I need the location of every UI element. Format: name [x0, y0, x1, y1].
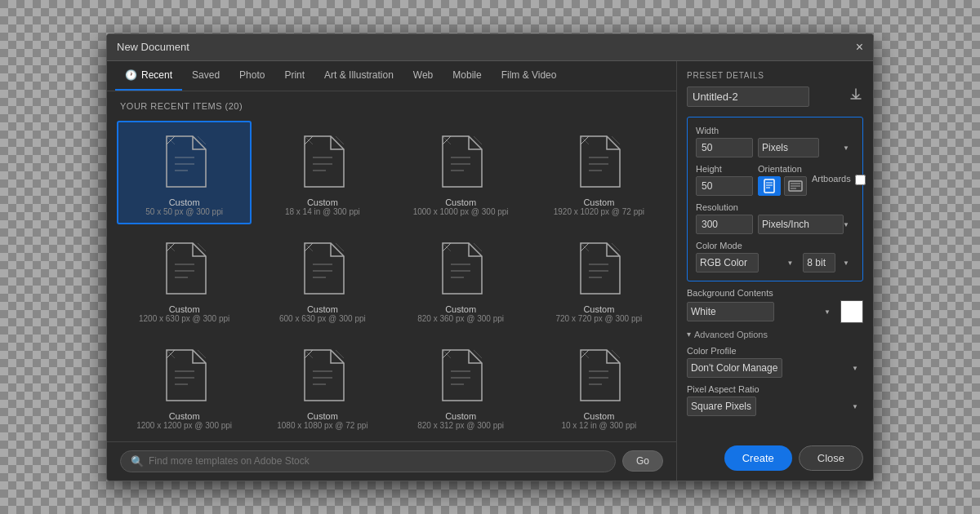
tabs-bar: 🕐 Recent Saved Photo Print Art & Illustr…: [107, 61, 676, 91]
color-profile-group: Color Profile Don't Color Manage: [687, 346, 863, 378]
orientation-group: Orientation: [758, 164, 807, 196]
artboards-label: Artboards: [812, 174, 851, 184]
resolution-unit-select[interactable]: Pixels/InchPixels/Centimeter: [758, 215, 844, 234]
document-icon: [152, 236, 217, 301]
orientation-label: Orientation: [758, 164, 807, 174]
tab-photo[interactable]: Photo: [229, 61, 274, 91]
right-panel: PRESET DETAILS Width: [677, 61, 873, 481]
artboards-group: Artboards: [812, 164, 866, 196]
item-label: Custom: [583, 304, 614, 314]
item-label: Custom: [307, 411, 338, 421]
tab-film[interactable]: Film & Video: [492, 61, 567, 91]
advanced-section: Color Profile Don't Color Manage Pixel A…: [687, 346, 863, 416]
item-label: Custom: [169, 411, 200, 421]
recent-item[interactable]: Custom 980 x 514 px @ 300 ppi: [117, 228, 252, 331]
recent-item[interactable]: Custom 820 x 312 px @ 300 ppi: [394, 335, 528, 438]
item-label: Custom: [583, 197, 614, 207]
search-input-wrap: 🔍: [120, 450, 616, 472]
create-button[interactable]: Create: [724, 445, 792, 471]
height-orient-row: Height Orientation: [696, 164, 854, 196]
bg-contents-group: Background Contents WhiteBlackBackground…: [687, 288, 863, 323]
tab-print[interactable]: Print: [274, 61, 314, 91]
tab-recent[interactable]: 🕐 Recent: [115, 61, 182, 91]
document-icon: [566, 343, 631, 408]
document-icon: [428, 129, 493, 194]
resolution-field-group: Resolution Pixels/InchPixels/Centimeter: [696, 202, 854, 234]
item-label: Custom: [307, 304, 338, 314]
color-mode-select[interactable]: BitmapGrayscaleRGB ColorCMYK ColorLab Co…: [696, 253, 759, 273]
color-profile-wrap: Don't Color Manage: [687, 358, 863, 378]
color-mode-wrap: BitmapGrayscaleRGB ColorCMYK ColorLab Co…: [696, 253, 798, 273]
document-icon: [566, 129, 631, 194]
close-button[interactable]: Close: [799, 445, 863, 471]
tab-web[interactable]: Web: [403, 61, 443, 91]
item-label: Custom: [169, 197, 200, 207]
width-input[interactable]: [696, 138, 753, 157]
title-close-button[interactable]: ×: [856, 41, 863, 54]
recent-item[interactable]: Custom 18 x 14 in @ 300 ppi: [255, 121, 390, 224]
item-size: 1000 x 1000 px @ 300 ppi: [413, 207, 509, 216]
width-field-group: Width PixelsInchesCentimetersMillimeters…: [696, 126, 854, 157]
recent-item[interactable]: Custom 720 x 720 px @ 300 ppi: [532, 228, 666, 331]
bg-contents-wrap: WhiteBlackBackground ColorTransparentCus…: [687, 302, 835, 321]
recent-item[interactable]: Custom 820 x 360 px @ 300 ppi: [394, 228, 528, 331]
height-field-group: Height: [696, 164, 753, 196]
item-size: 10 x 12 in @ 300 ppi: [561, 421, 636, 430]
document-icon: [152, 129, 217, 194]
document-icon: [290, 129, 355, 194]
resolution-input[interactable]: [696, 215, 753, 234]
search-input[interactable]: [149, 455, 605, 467]
orientation-row: [758, 176, 807, 196]
tab-saved[interactable]: Saved: [182, 61, 229, 91]
item-size: 820 x 312 px @ 300 ppi: [417, 421, 504, 430]
bg-contents-row: WhiteBlackBackground ColorTransparentCus…: [687, 300, 863, 323]
item-label: Custom: [583, 411, 614, 421]
recent-item[interactable]: Custom 1200 x 1200 px @ 300 ppi: [117, 335, 252, 438]
tab-art[interactable]: Art & Illustration: [314, 61, 403, 91]
document-icon: [428, 236, 493, 301]
recent-item[interactable]: Custom 50 x 50 px @ 300 ppi: [117, 121, 252, 224]
color-mode-field-group: Color Mode BitmapGrayscaleRGB ColorCMYK …: [696, 241, 854, 273]
svg-rect-72: [764, 179, 774, 193]
items-grid: Custom 50 x 50 px @ 300 ppi Custom 18 x …: [107, 117, 676, 441]
dialog-title: New Document: [117, 41, 189, 53]
recent-item[interactable]: Custom 1920 x 1020 px @ 72 ppi: [532, 121, 666, 224]
height-label: Height: [696, 164, 753, 174]
recent-item[interactable]: Custom 10 x 12 in @ 300 ppi: [532, 335, 666, 438]
preset-form: Width PixelsInchesCentimetersMillimeters…: [687, 117, 863, 281]
width-label: Width: [696, 126, 854, 135]
color-mode-row: BitmapGrayscaleRGB ColorCMYK ColorLab Co…: [696, 253, 854, 273]
search-bar: 🔍 Go: [107, 441, 676, 481]
bg-contents-select[interactable]: WhiteBlackBackground ColorTransparentCus…: [687, 302, 774, 321]
height-input[interactable]: [696, 176, 753, 196]
color-profile-select[interactable]: Don't Color Manage: [687, 358, 782, 378]
bit-depth-select[interactable]: 8 bit16 bit32 bit: [803, 253, 835, 273]
recent-item[interactable]: Custom 1000 x 1000 px @ 300 ppi: [394, 121, 528, 224]
dialog-body: 🕐 Recent Saved Photo Print Art & Illustr…: [107, 61, 873, 481]
preset-name-input[interactable]: [687, 86, 809, 107]
portrait-button[interactable]: [758, 176, 781, 196]
width-unit-wrap: PixelsInchesCentimetersMillimetersPoints…: [758, 138, 854, 157]
go-button[interactable]: Go: [622, 450, 663, 472]
recent-item[interactable]: Custom 1080 x 1080 px @ 72 ppi: [255, 335, 390, 438]
item-size: 600 x 630 px @ 300 ppi: [279, 314, 366, 323]
pixel-aspect-wrap: Square Pixels: [687, 397, 863, 416]
pixel-aspect-select[interactable]: Square Pixels: [687, 397, 756, 416]
search-icon: 🔍: [131, 455, 144, 467]
width-unit-select[interactable]: PixelsInchesCentimetersMillimetersPoints…: [758, 138, 819, 157]
document-icon: [566, 236, 631, 301]
recent-item[interactable]: Custom 600 x 630 px @ 300 ppi: [255, 228, 390, 331]
item-size: 1200 x 1200 px @ 300 ppi: [136, 421, 232, 430]
artboards-checkbox[interactable]: [855, 175, 866, 185]
bg-color-swatch[interactable]: [840, 300, 863, 323]
titlebar: New Document ×: [107, 34, 873, 61]
document-icon: [152, 343, 217, 408]
save-preset-button[interactable]: [849, 87, 863, 105]
advanced-options-toggle[interactable]: ▾ Advanced Options: [687, 330, 863, 339]
item-label: Custom: [445, 411, 476, 421]
resolution-unit-wrap: Pixels/InchPixels/Centimeter: [758, 215, 854, 234]
landscape-button[interactable]: [784, 176, 807, 196]
item-label: Custom: [445, 197, 476, 207]
tab-mobile[interactable]: Mobile: [443, 61, 491, 91]
resolution-row: Pixels/InchPixels/Centimeter: [696, 215, 854, 234]
